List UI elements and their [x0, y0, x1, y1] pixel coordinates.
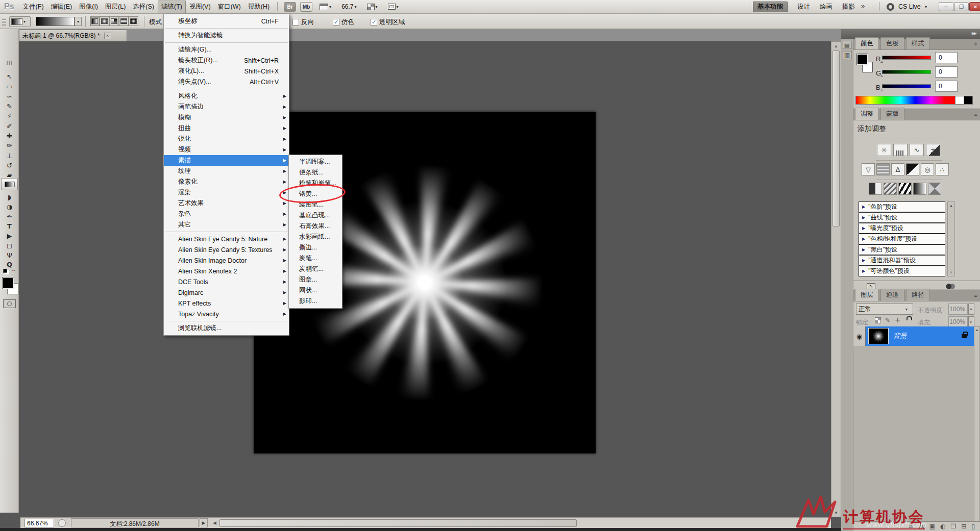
- pen-tool[interactable]: ✒: [3, 212, 16, 221]
- status-flyout-icon[interactable]: ▶: [200, 518, 208, 527]
- adjustments-panel-menu-icon[interactable]: ≡: [974, 112, 977, 117]
- reverse-checkbox-box[interactable]: [292, 19, 299, 26]
- menu-item-digimarc[interactable]: Digimarc▶: [164, 287, 289, 298]
- menu-item-last-filter[interactable]: 极坐标Ctrl+F: [164, 16, 289, 27]
- submenu-item-torn-edges[interactable]: 撕边...: [289, 242, 342, 253]
- menu-item-convert-smart-filter[interactable]: 转换为智能滤镜: [164, 30, 289, 41]
- exposure-presets-row[interactable]: ▶"曝光度"预设: [859, 223, 945, 234]
- blur-tool[interactable]: ◗: [3, 192, 16, 201]
- status-timer-icon[interactable]: [58, 519, 66, 527]
- tab-layers[interactable]: 图层: [855, 289, 879, 301]
- scroll-up-icon[interactable]: ▲: [831, 42, 841, 48]
- move-tool[interactable]: ↖: [3, 72, 16, 81]
- document-tab[interactable]: 未标题-1 @ 66.7%(RGB/8) * ×: [19, 30, 127, 41]
- expand-triangle-icon[interactable]: ▶: [862, 258, 865, 263]
- status-zoom-field[interactable]: 66.67%: [24, 519, 54, 527]
- menu-item-eye-candy-textures[interactable]: Alien Skin Eye Candy 5: Textures▶: [164, 244, 289, 255]
- menu-view[interactable]: 视图(V): [186, 1, 214, 13]
- minimize-button[interactable]: ─: [939, 2, 953, 11]
- menu-item-texture[interactable]: 纹理▶: [164, 166, 289, 176]
- levels-icon[interactable]: [893, 144, 908, 156]
- red-slider[interactable]: [882, 56, 931, 60]
- reverse-checkbox[interactable]: 反向: [292, 18, 314, 27]
- gradient-map-icon[interactable]: [913, 183, 926, 195]
- menu-item-topaz-vivacity[interactable]: Topaz Vivacity▶: [164, 309, 289, 319]
- tab-styles[interactable]: 样式: [906, 37, 930, 49]
- path-selection-tool[interactable]: ▶: [3, 231, 16, 240]
- menu-item-kpt-effects[interactable]: KPT effects▶: [164, 298, 289, 309]
- submenu-item-reticulation[interactable]: 网状...: [289, 285, 342, 296]
- menu-item-stylize[interactable]: 风格化▶: [164, 91, 289, 102]
- opacity-value-field[interactable]: 100%: [948, 304, 968, 315]
- menu-item-artistic[interactable]: 艺术效果▶: [164, 198, 289, 209]
- menu-item-sharpen[interactable]: 锐化▶: [164, 134, 289, 144]
- zoom-level-field[interactable]: 66.7: [341, 3, 353, 10]
- menu-file[interactable]: 文件(F): [19, 1, 47, 13]
- close-button[interactable]: ✕: [969, 2, 980, 11]
- workspace-essentials-button[interactable]: 基本功能: [753, 2, 788, 12]
- green-slider[interactable]: [882, 70, 931, 74]
- expand-triangle-icon[interactable]: ▶: [862, 237, 865, 241]
- rectangle-shape-tool[interactable]: ◻: [3, 241, 16, 250]
- menu-item-eye-candy-nature[interactable]: Alien Skin Eye Candy 5: Nature▶: [164, 234, 289, 244]
- levels-presets-row[interactable]: ▶"色阶"预设: [859, 201, 945, 212]
- quick-mask-button[interactable]: [3, 299, 16, 308]
- curves-presets-row[interactable]: ▶"曲线"预设: [859, 212, 945, 223]
- view-extras-dropdown-icon[interactable]: ▾: [329, 5, 331, 9]
- expand-triangle-icon[interactable]: ▶: [862, 205, 865, 209]
- spectrum-white-swatch[interactable]: [955, 96, 964, 105]
- menu-item-image-doctor[interactable]: Alien Skin Image Doctor▶: [164, 255, 289, 266]
- submenu-item-charcoal[interactable]: 炭笔...: [289, 253, 342, 264]
- menu-layer[interactable]: 图层(L): [102, 1, 129, 13]
- menu-help[interactable]: 帮助(H): [244, 1, 273, 13]
- color-balance-icon[interactable]: Δ: [891, 163, 904, 175]
- submenu-item-water-paper[interactable]: 水彩画纸...: [289, 232, 342, 242]
- presets-scroll-up-icon[interactable]: ▲: [948, 202, 954, 208]
- status-doc-info[interactable]: 文档:2.86M/2.86M: [71, 518, 199, 527]
- layers-scroll-up-icon[interactable]: ▲: [974, 327, 979, 332]
- arrange-documents-dropdown-icon[interactable]: ▾: [376, 5, 378, 9]
- blend-mode-select[interactable]: 正常 ▾: [856, 304, 913, 315]
- menu-item-filter-gallery[interactable]: 滤镜库(G)...: [164, 44, 289, 55]
- presets-scrollbar[interactable]: ▲ ▼: [947, 201, 955, 276]
- menu-item-distort[interactable]: 扭曲▶: [164, 123, 289, 134]
- red-slider-thumb[interactable]: ▵: [880, 59, 883, 64]
- type-tool[interactable]: T: [3, 221, 16, 231]
- clone-stamp-tool[interactable]: ⊥: [3, 151, 16, 160]
- launch-mini-bridge-button[interactable]: Mb: [300, 2, 312, 12]
- document-tab-close-icon[interactable]: ×: [104, 33, 111, 39]
- menu-item-sketch[interactable]: 素描▶: [164, 155, 289, 166]
- color-spectrum-bar[interactable]: [855, 96, 955, 105]
- spot-healing-brush-tool[interactable]: ✚: [3, 131, 16, 140]
- menu-item-liquify[interactable]: 液化(L)...Shift+Ctrl+X: [164, 66, 289, 77]
- layer-thumbnail[interactable]: [869, 328, 888, 344]
- menu-item-pixelate[interactable]: 像素化▶: [164, 176, 289, 187]
- menu-item-render[interactable]: 渲染▶: [164, 187, 289, 198]
- rectangular-marquee-tool[interactable]: ▭: [3, 82, 16, 91]
- submenu-item-plaster[interactable]: 石膏效果...: [289, 221, 342, 232]
- angle-gradient-button[interactable]: [109, 16, 119, 26]
- screen-mode-icon[interactable]: [388, 4, 396, 10]
- menu-item-other[interactable]: 其它▶: [164, 219, 289, 230]
- green-value-field[interactable]: 0: [935, 66, 958, 78]
- dither-checkbox[interactable]: ✓ 仿色: [333, 18, 354, 27]
- default-colors-icon[interactable]: [3, 269, 7, 273]
- menu-window[interactable]: 窗口(W): [214, 1, 244, 13]
- lock-pixels-icon[interactable]: ✎: [885, 317, 890, 324]
- curves-icon[interactable]: ∿: [910, 144, 924, 156]
- history-brush-tool[interactable]: ↺: [3, 161, 16, 170]
- diamond-gradient-button[interactable]: [129, 16, 138, 26]
- gradient-tool[interactable]: [1, 178, 18, 190]
- radial-gradient-button[interactable]: [100, 16, 109, 26]
- linear-gradient-button[interactable]: [90, 16, 100, 26]
- red-value-field[interactable]: 0: [935, 52, 958, 63]
- menu-edit[interactable]: 编辑(E): [47, 1, 76, 13]
- tools-panel-grip[interactable]: [7, 61, 12, 65]
- invert-icon[interactable]: [869, 183, 882, 195]
- channel-mixer-presets-row[interactable]: ▶"通道混和器"预设: [859, 255, 945, 266]
- dodge-tool[interactable]: ◑: [3, 202, 16, 211]
- launch-bridge-button[interactable]: Br: [284, 2, 296, 12]
- workspace-painting-button[interactable]: 绘画: [815, 2, 837, 12]
- tab-paths[interactable]: 路径: [906, 289, 930, 301]
- expand-triangle-icon[interactable]: ▶: [862, 215, 865, 220]
